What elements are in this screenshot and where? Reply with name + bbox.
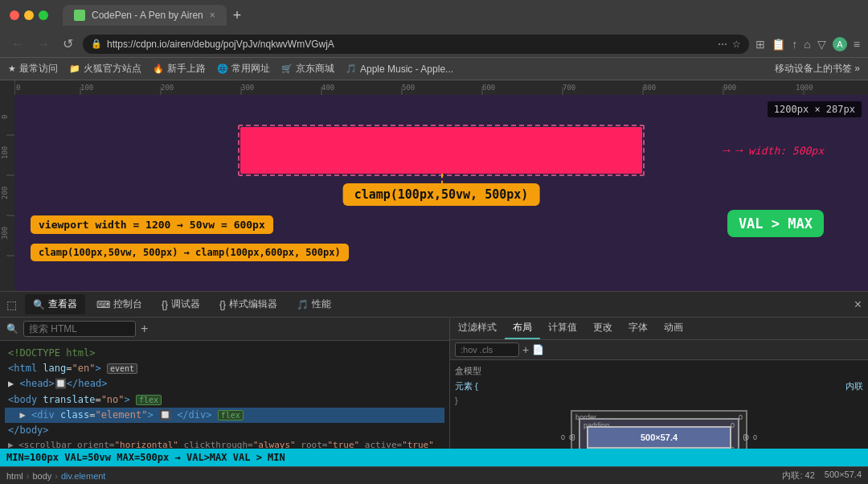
breadcrumb-bar: html › body › div.element 内联: 42 500×57.… — [0, 466, 868, 484]
plus-icon[interactable]: + — [522, 343, 529, 356]
svg-text:300: 300 — [241, 84, 254, 92]
tab-computed[interactable]: 计算值 — [540, 318, 585, 339]
fire-icon: 🔥 — [153, 64, 164, 74]
tab-console[interactable]: ⌨ 控制台 — [88, 294, 150, 314]
mobile-bookmarks[interactable]: 移动设备上的书签 » — [775, 62, 860, 76]
close-button[interactable] — [10, 10, 19, 20]
filter-bar: + 📄 — [450, 340, 868, 360]
debugger-icon: {} — [162, 299, 168, 310]
svg-text:900: 900 — [723, 84, 736, 92]
svg-text:200: 200 — [1, 187, 9, 199]
bookmark-jd[interactable]: 🛒 京东商城 — [281, 62, 334, 76]
html-line-scrollbar-h: ▶ <scrollbar orient="horizontal" clickth… — [5, 438, 444, 449]
search-icon: 🔍 — [6, 323, 18, 334]
min-val-label: MIN=100px VAL=50vw MAX=500px → VAL>MAX V… — [0, 449, 868, 466]
rule-close: } — [455, 396, 863, 405]
filter-input[interactable] — [455, 342, 519, 357]
maximize-button[interactable] — [39, 10, 48, 20]
svg-text:300: 300 — [1, 227, 9, 240]
tab-inspector[interactable]: 🔍 查看器 — [25, 294, 85, 314]
tab-performance[interactable]: 🎵 性能 — [289, 294, 339, 314]
style-editor-label: 样式编辑器 — [229, 297, 277, 311]
inspector-icon: 🔍 — [33, 299, 45, 310]
home-icon[interactable]: ⌂ — [804, 38, 810, 51]
layout-panel: 盒模型 元素 { 内联 } border 0 — [450, 360, 868, 449]
tab-fonts[interactable]: 字体 — [620, 318, 656, 339]
page-canvas: 1200px × 287px →→ width: 500px clamp(100… — [14, 95, 868, 291]
bookmark-label: Apple Music - Apple... — [360, 64, 453, 75]
inspector-label: 查看器 — [48, 297, 77, 311]
menu-icon[interactable]: ≡ — [854, 38, 860, 51]
html-panel: 🔍 + <!DOCTYPE html> <html lang="en"> eve… — [0, 318, 450, 449]
clamp-bottom-label: clamp(100px,50vw, 500px) → clamp(100px,6… — [31, 244, 349, 261]
html-line-head: ▶ <head>🔲</head> — [5, 376, 444, 392]
svg-text:0: 0 — [16, 84, 20, 92]
tab-style-editor[interactable]: {} 样式编辑器 — [211, 294, 285, 314]
bookmark-label: 常用网址 — [231, 62, 270, 76]
svg-text:1000: 1000 — [796, 84, 813, 92]
breadcrumb-div-element[interactable]: div.element — [61, 471, 105, 481]
breadcrumb-body[interactable]: body — [32, 471, 51, 481]
bookmark-frequent[interactable]: ★ 最常访问 — [8, 62, 58, 76]
bookmark-label: 新手上路 — [167, 62, 206, 76]
html-line-body-close: </body> — [5, 423, 444, 438]
active-tab[interactable]: CodePen - A Pen by Airen × — [63, 5, 227, 26]
refresh-button[interactable]: ↺ — [59, 35, 76, 53]
devtools-tab-bar: ⬚ 🔍 查看器 ⌨ 控制台 {} 调试器 {} 样式编辑器 🎵 性能 × — [0, 292, 868, 318]
html-search-input[interactable] — [23, 321, 136, 337]
bookmark-apple-music[interactable]: 🎵 Apple Music - Apple... — [346, 64, 453, 75]
star-icon: ★ — [8, 64, 16, 74]
selection-outline — [238, 125, 645, 176]
minimize-button[interactable] — [24, 10, 34, 20]
svg-text:600: 600 — [482, 84, 495, 92]
bookmark-star-icon[interactable]: ☆ — [732, 39, 741, 50]
val-max-badge: VAL > MAX — [727, 210, 824, 237]
jd-icon: 🛒 — [281, 64, 293, 74]
performance-label: 性能 — [312, 297, 331, 311]
content-area: 0 100 200 300 1200px × 287px — [0, 95, 868, 291]
bookmark-common[interactable]: 🌐 常用网址 — [217, 62, 270, 76]
devtools-content: 🔍 + <!DOCTYPE html> <html lang="en"> eve… — [0, 318, 868, 449]
new-tab-button[interactable]: + — [233, 7, 242, 24]
console-label: 控制台 — [113, 297, 142, 311]
file-icon: 📄 — [532, 344, 544, 355]
breadcrumb-sep-2: › — [55, 471, 58, 481]
demo-element-wrapper — [240, 127, 642, 174]
devtools-close-button[interactable]: × — [854, 297, 862, 312]
breadcrumb-html[interactable]: html — [6, 471, 23, 481]
forward-button[interactable]: → — [34, 35, 53, 53]
profile-icon[interactable]: A — [833, 37, 847, 51]
folder-icon: 📁 — [69, 64, 80, 74]
add-node-button[interactable]: + — [141, 322, 148, 336]
flexbox-label: 盒模型 — [455, 365, 863, 377]
tab-animations[interactable]: 动画 — [656, 318, 691, 339]
screenshot-icon[interactable]: 📋 — [772, 38, 785, 51]
bookmark-firefox[interactable]: 📁 火狐官方站点 — [69, 62, 141, 76]
download-icon[interactable]: ▽ — [817, 38, 826, 51]
tab-debugger[interactable]: {} 调试器 — [154, 294, 208, 314]
element-size-label: 500×57.4 — [825, 470, 862, 482]
bookmark-newbie[interactable]: 🔥 新手上路 — [153, 62, 206, 76]
padding-value-bottom: 0 — [731, 445, 735, 449]
tab-filter-styles[interactable]: 过滤样式 — [450, 318, 505, 339]
traffic-lights — [10, 10, 48, 20]
styles-panel: 过滤样式 布局 计算值 更改 字体 动画 + 📄 盒模型 — [450, 318, 868, 449]
back-button[interactable]: ← — [8, 35, 27, 53]
tab-changes[interactable]: 更改 — [585, 318, 620, 339]
width-annotation: →→ width: 500px — [720, 143, 824, 158]
html-content: <!DOCTYPE html> <html lang="en"> event ▶… — [0, 341, 449, 449]
padding-left: 0 — [569, 433, 573, 441]
border-left: 0 — [561, 433, 565, 441]
tab-label: CodePen - A Pen by Airen — [92, 10, 203, 21]
padding-box: padding 0 500×57.4 0 0 0 0 0 — [579, 418, 739, 449]
tab-close-button[interactable]: × — [210, 10, 215, 21]
extensions-icon[interactable]: ⊞ — [755, 38, 765, 51]
svg-text:200: 200 — [161, 84, 174, 92]
bookmark-label: 火狐官方站点 — [84, 62, 141, 76]
tab-layout[interactable]: 布局 — [505, 318, 540, 339]
globe-icon: 🌐 — [217, 64, 228, 74]
share-icon[interactable]: ↑ — [792, 38, 797, 51]
address-bar[interactable]: 🔒 https://cdpn.io/airen/debug/pojVpJv/nq… — [83, 35, 749, 54]
inspect-icon[interactable]: ⬚ — [6, 298, 17, 311]
svg-text:100: 100 — [80, 84, 93, 92]
